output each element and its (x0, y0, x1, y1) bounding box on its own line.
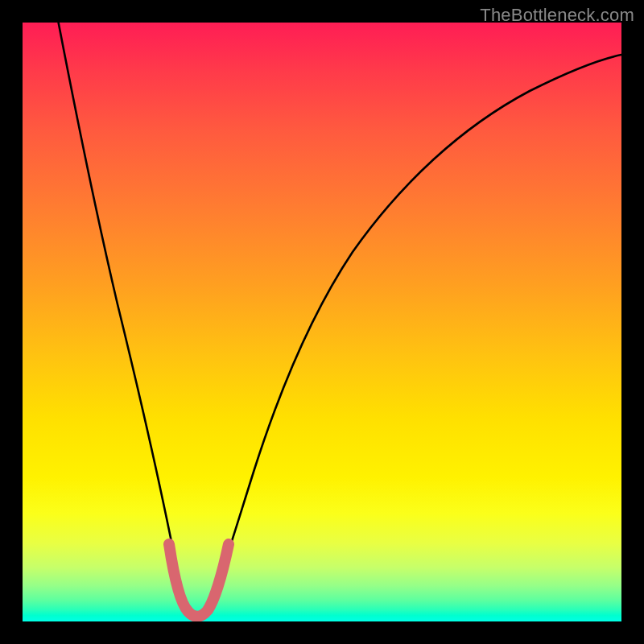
plot-area (23, 23, 621, 621)
main-curve (59, 23, 621, 617)
valley-highlight (169, 544, 229, 617)
chart-svg (23, 23, 621, 621)
watermark-text: TheBottleneck.com (480, 5, 634, 26)
